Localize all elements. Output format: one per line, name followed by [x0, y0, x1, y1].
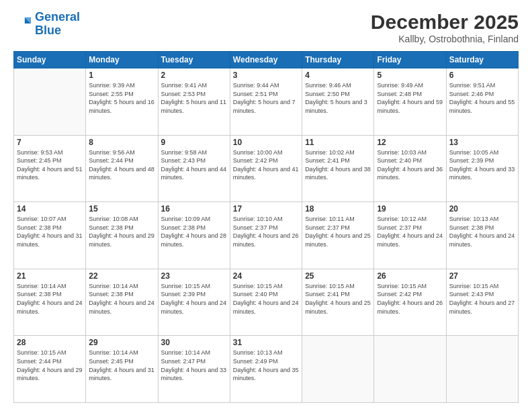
- day-info: Sunrise: 10:12 AMSunset: 2:37 PMDaylight…: [377, 215, 443, 248]
- calendar-day-cell: 23Sunrise: 10:15 AMSunset: 2:39 PMDaylig…: [158, 269, 230, 336]
- calendar-table: SundayMondayTuesdayWednesdayThursdayFrid…: [13, 51, 519, 403]
- calendar-day-cell: 13Sunrise: 10:05 AMSunset: 2:39 PMDaylig…: [446, 135, 518, 202]
- day-info: Sunrise: 10:15 AMSunset: 2:44 PMDaylight…: [17, 349, 83, 382]
- day-number: 11: [305, 138, 371, 147]
- day-number: 24: [233, 271, 299, 281]
- day-info: Sunrise: 10:15 AMSunset: 2:41 PMDaylight…: [305, 282, 371, 316]
- day-number: 31: [233, 338, 299, 347]
- day-number: 18: [305, 204, 371, 214]
- day-info: Sunrise: 10:11 AMSunset: 2:37 PMDaylight…: [305, 215, 371, 248]
- calendar-week-row: 14Sunrise: 10:07 AMSunset: 2:38 PMDaylig…: [14, 202, 519, 269]
- day-info: Sunrise: 10:07 AMSunset: 2:38 PMDaylight…: [17, 215, 83, 248]
- weekday-header: Monday: [86, 52, 158, 68]
- weekday-row: SundayMondayTuesdayWednesdayThursdayFrid…: [14, 52, 519, 68]
- day-number: 26: [377, 271, 443, 281]
- calendar-day-cell: [14, 68, 86, 136]
- day-info: Sunrise: 10:14 AMSunset: 2:38 PMDaylight…: [89, 282, 154, 316]
- day-number: 29: [89, 338, 154, 347]
- day-number: 12: [377, 138, 443, 147]
- day-info: Sunrise: 10:03 AMSunset: 2:40 PMDaylight…: [377, 148, 443, 182]
- day-number: 13: [449, 138, 515, 147]
- day-info: Sunrise: 9:56 AMSunset: 2:44 PMDaylight:…: [89, 148, 154, 182]
- weekday-header: Sunday: [14, 52, 86, 68]
- weekday-header: Thursday: [302, 52, 374, 68]
- day-info: Sunrise: 10:13 AMSunset: 2:38 PMDaylight…: [449, 215, 515, 248]
- calendar-day-cell: 14Sunrise: 10:07 AMSunset: 2:38 PMDaylig…: [14, 202, 86, 269]
- calendar-day-cell: 15Sunrise: 10:08 AMSunset: 2:38 PMDaylig…: [86, 202, 158, 269]
- calendar-day-cell: 24Sunrise: 10:15 AMSunset: 2:40 PMDaylig…: [230, 269, 302, 336]
- calendar-body: 1Sunrise: 9:39 AMSunset: 2:55 PMDaylight…: [14, 68, 519, 403]
- calendar-day-cell: 25Sunrise: 10:15 AMSunset: 2:41 PMDaylig…: [302, 269, 374, 336]
- calendar-week-row: 28Sunrise: 10:15 AMSunset: 2:44 PMDaylig…: [14, 336, 519, 403]
- calendar-day-cell: 12Sunrise: 10:03 AMSunset: 2:40 PMDaylig…: [374, 135, 446, 202]
- day-number: 1: [89, 71, 154, 80]
- calendar-day-cell: 16Sunrise: 10:09 AMSunset: 2:38 PMDaylig…: [158, 202, 230, 269]
- calendar-day-cell: 19Sunrise: 10:12 AMSunset: 2:37 PMDaylig…: [374, 202, 446, 269]
- calendar-day-cell: 20Sunrise: 10:13 AMSunset: 2:38 PMDaylig…: [446, 202, 518, 269]
- calendar-day-cell: 17Sunrise: 10:10 AMSunset: 2:37 PMDaylig…: [230, 202, 302, 269]
- weekday-header: Tuesday: [158, 52, 230, 68]
- calendar-day-cell: [446, 336, 518, 403]
- calendar-day-cell: 7Sunrise: 9:53 AMSunset: 2:45 PMDaylight…: [14, 135, 86, 202]
- calendar-day-cell: 1Sunrise: 9:39 AMSunset: 2:55 PMDaylight…: [86, 68, 158, 136]
- calendar-day-cell: 18Sunrise: 10:11 AMSunset: 2:37 PMDaylig…: [302, 202, 374, 269]
- day-info: Sunrise: 9:41 AMSunset: 2:53 PMDaylight:…: [161, 81, 227, 115]
- weekday-header: Saturday: [446, 52, 518, 68]
- weekday-header: Friday: [374, 52, 446, 68]
- calendar-day-cell: 9Sunrise: 9:58 AMSunset: 2:43 PMDaylight…: [158, 135, 230, 202]
- calendar-day-cell: 22Sunrise: 10:14 AMSunset: 2:38 PMDaylig…: [86, 269, 158, 336]
- calendar-day-cell: 3Sunrise: 9:44 AMSunset: 2:51 PMDaylight…: [230, 68, 302, 136]
- calendar-header: SundayMondayTuesdayWednesdayThursdayFrid…: [14, 52, 519, 68]
- calendar-day-cell: 8Sunrise: 9:56 AMSunset: 2:44 PMDaylight…: [86, 135, 158, 202]
- logo-icon: [13, 15, 32, 34]
- calendar-week-row: 1Sunrise: 9:39 AMSunset: 2:55 PMDaylight…: [14, 68, 519, 136]
- calendar-day-cell: 26Sunrise: 10:15 AMSunset: 2:42 PMDaylig…: [374, 269, 446, 336]
- calendar-day-cell: 28Sunrise: 10:15 AMSunset: 2:44 PMDaylig…: [14, 336, 86, 403]
- day-info: Sunrise: 10:14 AMSunset: 2:45 PMDaylight…: [89, 349, 154, 382]
- day-number: 30: [161, 338, 227, 347]
- day-number: 23: [161, 271, 227, 281]
- day-number: 17: [233, 204, 299, 214]
- calendar-day-cell: 30Sunrise: 10:14 AMSunset: 2:47 PMDaylig…: [158, 336, 230, 403]
- day-number: 3: [233, 71, 299, 80]
- day-number: 10: [233, 138, 299, 147]
- day-info: Sunrise: 9:46 AMSunset: 2:50 PMDaylight:…: [305, 81, 371, 115]
- day-info: Sunrise: 9:53 AMSunset: 2:45 PMDaylight:…: [17, 148, 83, 182]
- day-info: Sunrise: 9:44 AMSunset: 2:51 PMDaylight:…: [233, 81, 299, 115]
- day-info: Sunrise: 10:15 AMSunset: 2:42 PMDaylight…: [377, 282, 443, 316]
- day-number: 9: [161, 138, 227, 147]
- day-number: 25: [305, 271, 371, 281]
- day-number: 28: [17, 338, 83, 347]
- day-info: Sunrise: 9:39 AMSunset: 2:55 PMDaylight:…: [89, 81, 154, 115]
- day-number: 7: [17, 138, 83, 147]
- day-number: 27: [449, 271, 515, 281]
- day-info: Sunrise: 10:05 AMSunset: 2:39 PMDaylight…: [449, 148, 515, 182]
- day-info: Sunrise: 9:49 AMSunset: 2:48 PMDaylight:…: [377, 81, 443, 115]
- calendar-day-cell: 4Sunrise: 9:46 AMSunset: 2:50 PMDaylight…: [302, 68, 374, 136]
- calendar-week-row: 21Sunrise: 10:14 AMSunset: 2:38 PMDaylig…: [14, 269, 519, 336]
- day-number: 21: [17, 271, 83, 281]
- header: General Blue December 2025 Kallby, Ostro…: [13, 11, 519, 44]
- calendar-week-row: 7Sunrise: 9:53 AMSunset: 2:45 PMDaylight…: [14, 135, 519, 202]
- day-number: 19: [377, 204, 443, 214]
- day-info: Sunrise: 10:15 AMSunset: 2:40 PMDaylight…: [233, 282, 299, 316]
- page: General Blue December 2025 Kallby, Ostro…: [0, 0, 532, 411]
- day-info: Sunrise: 9:51 AMSunset: 2:46 PMDaylight:…: [449, 81, 515, 115]
- calendar-day-cell: 29Sunrise: 10:14 AMSunset: 2:45 PMDaylig…: [86, 336, 158, 403]
- day-info: Sunrise: 10:02 AMSunset: 2:41 PMDaylight…: [305, 148, 371, 182]
- calendar-day-cell: 10Sunrise: 10:00 AMSunset: 2:42 PMDaylig…: [230, 135, 302, 202]
- subtitle: Kallby, Ostrobothnia, Finland: [371, 34, 519, 44]
- day-info: Sunrise: 10:00 AMSunset: 2:42 PMDaylight…: [233, 148, 299, 182]
- calendar-day-cell: [302, 336, 374, 403]
- day-info: Sunrise: 10:13 AMSunset: 2:49 PMDaylight…: [233, 349, 299, 382]
- calendar-day-cell: 31Sunrise: 10:13 AMSunset: 2:49 PMDaylig…: [230, 336, 302, 403]
- day-info: Sunrise: 10:10 AMSunset: 2:37 PMDaylight…: [233, 215, 299, 248]
- logo-line1: General: [35, 10, 80, 24]
- day-number: 16: [161, 204, 227, 214]
- calendar-day-cell: 11Sunrise: 10:02 AMSunset: 2:41 PMDaylig…: [302, 135, 374, 202]
- day-number: 8: [89, 138, 154, 147]
- day-number: 2: [161, 71, 227, 80]
- calendar-day-cell: 21Sunrise: 10:14 AMSunset: 2:38 PMDaylig…: [14, 269, 86, 336]
- day-number: 14: [17, 204, 83, 214]
- day-number: 4: [305, 71, 371, 80]
